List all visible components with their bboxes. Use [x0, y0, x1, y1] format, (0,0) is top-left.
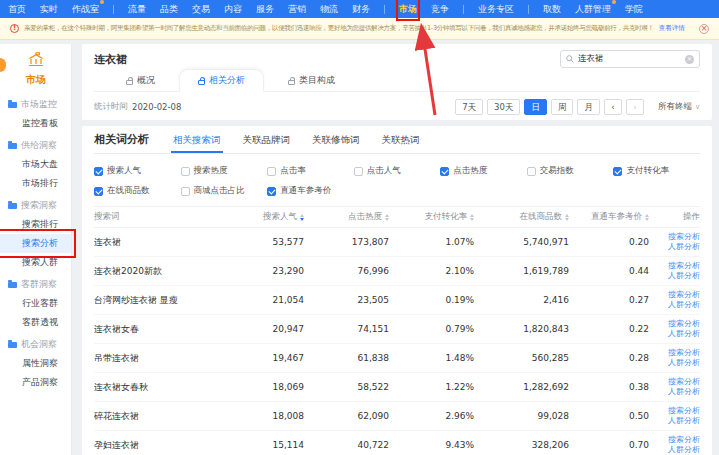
- table-header-cell[interactable]: 点击热度: [304, 211, 389, 223]
- sidebar-item[interactable]: 搜索人群: [0, 253, 71, 272]
- pay-conversion-cell: 9.43%: [389, 440, 474, 450]
- nav-item[interactable]: [463, 5, 464, 14]
- table-header-cell[interactable]: 支付转化率: [389, 211, 474, 223]
- search-analysis-link[interactable]: 搜索分析: [668, 319, 700, 330]
- nav-item[interactable]: 服务: [256, 0, 274, 18]
- nav-item[interactable]: 实时: [40, 0, 58, 18]
- metric-checkbox[interactable]: 支付转化率: [613, 165, 700, 177]
- close-icon[interactable]: ×: [699, 24, 709, 34]
- nav-item[interactable]: 人群管理: [575, 0, 611, 18]
- table-header-cell[interactable]: 搜索词: [94, 211, 224, 223]
- sidebar: 市场 市场监控 监控看板 供给洞察 市场大盘: [0, 44, 72, 455]
- crowd-analysis-link[interactable]: 人群分析: [668, 329, 700, 340]
- nav-item[interactable]: [113, 5, 114, 14]
- report-tab[interactable]: 相关分析: [179, 69, 264, 92]
- search-popularity-cell: 21,054: [224, 295, 304, 305]
- metric-checkbox[interactable]: 点击人气: [354, 165, 441, 177]
- date-range-button[interactable]: ‹: [604, 99, 622, 115]
- table-header-cell[interactable]: 直通车参考价: [569, 211, 649, 223]
- crowd-analysis-link[interactable]: 人群分析: [668, 416, 700, 427]
- date-range-button[interactable]: 30天: [487, 99, 520, 115]
- nav-item[interactable]: 物流: [320, 0, 338, 18]
- search-popularity-cell: 53,577: [224, 237, 304, 247]
- nav-item[interactable]: 市场: [399, 0, 417, 18]
- metric-checkbox[interactable]: 在线商品数: [94, 185, 181, 197]
- nav-item[interactable]: 业务专区: [478, 0, 514, 18]
- nav-item[interactable]: 品类: [160, 0, 178, 18]
- metric-checkbox[interactable]: 点击热度: [440, 165, 527, 177]
- nav-item[interactable]: 内容: [224, 0, 242, 18]
- date-range-button[interactable]: 周: [551, 99, 574, 115]
- sidebar-item[interactable]: 搜索排行: [0, 215, 71, 234]
- search-analysis-link[interactable]: 搜索分析: [668, 232, 700, 243]
- date-range-button[interactable]: 月: [577, 99, 600, 115]
- ztc-ref-price-cell: 0.70: [569, 440, 649, 450]
- date-range-button[interactable]: ›: [626, 99, 644, 115]
- table-header-cell[interactable]: 操作: [649, 211, 700, 223]
- metric-checkbox[interactable]: 搜索人气: [94, 165, 181, 177]
- sidebar-item[interactable]: 市场排行: [0, 174, 71, 193]
- clear-input-icon[interactable]: ×: [685, 55, 694, 64]
- sidebar-item[interactable]: 搜索洞察: [0, 196, 71, 215]
- sidebar-item[interactable]: 供给洞察: [0, 136, 71, 155]
- pay-conversion-cell: 1.07%: [389, 237, 474, 247]
- nav-item[interactable]: [528, 5, 529, 14]
- metric-checkbox[interactable]: 商城点击占比: [181, 185, 268, 197]
- analysis-subtab[interactable]: 关联热词: [380, 126, 422, 153]
- sidebar-item[interactable]: 客群透视: [0, 313, 71, 332]
- search-analysis-link[interactable]: 搜索分析: [668, 261, 700, 272]
- terminal-selector[interactable]: 所有终端 ∨: [658, 101, 700, 113]
- sidebar-item[interactable]: 市场大盘: [0, 155, 71, 174]
- nav-item[interactable]: 学院: [625, 0, 643, 18]
- metric-checkbox[interactable]: 交易指数: [527, 165, 614, 177]
- nav-item[interactable]: 流量: [128, 0, 146, 18]
- crowd-analysis-link[interactable]: 人群分析: [668, 300, 700, 311]
- sidebar-item[interactable]: 属性洞察: [0, 354, 71, 373]
- checkbox-icon: [267, 167, 276, 176]
- nav-item[interactable]: 财务: [352, 0, 370, 18]
- nav-item[interactable]: 作战室: [72, 0, 99, 18]
- analysis-subtab[interactable]: 关联品牌词: [241, 126, 293, 153]
- metric-checkbox[interactable]: 直通车参考价: [267, 185, 354, 197]
- sidebar-item[interactable]: 产品洞察: [0, 373, 71, 392]
- report-tab[interactable]: 概况: [108, 70, 173, 91]
- crowd-analysis-link[interactable]: 人群分析: [668, 242, 700, 253]
- sidebar-item[interactable]: 行业客群: [0, 294, 71, 313]
- search-analysis-link[interactable]: 搜索分析: [668, 290, 700, 301]
- sidebar-item[interactable]: 机会洞察: [0, 335, 71, 354]
- sidebar-item[interactable]: 市场监控: [0, 95, 71, 114]
- sidebar-item[interactable]: 监控看板: [0, 114, 71, 133]
- sidebar-item[interactable]: 搜索分析: [0, 234, 71, 253]
- date-range-button[interactable]: 日: [524, 99, 547, 115]
- keyword-search-input[interactable]: [578, 54, 681, 64]
- folder-icon: [8, 282, 17, 288]
- search-analysis-link[interactable]: 搜索分析: [668, 435, 700, 446]
- sidebar-item[interactable]: 客群洞察: [0, 275, 71, 294]
- search-analysis-link[interactable]: 搜索分析: [668, 348, 700, 359]
- nav-item[interactable]: [384, 5, 385, 14]
- click-heat-cell: 58,522: [304, 382, 389, 392]
- nav-item[interactable]: 营销: [288, 0, 306, 18]
- search-analysis-link[interactable]: 搜索分析: [668, 377, 700, 388]
- crowd-analysis-link[interactable]: 人群分析: [668, 271, 700, 282]
- analysis-subtab[interactable]: 相关搜索词: [171, 126, 223, 153]
- nav-item[interactable]: 竞争: [431, 0, 449, 18]
- nav-item[interactable]: 交易: [192, 0, 210, 18]
- nav-item[interactable]: 首页: [8, 0, 26, 18]
- nav-item[interactable]: 取数: [543, 0, 561, 18]
- search-analysis-link[interactable]: 搜索分析: [668, 406, 700, 417]
- keyword-cell: 连衣裙女春秋: [94, 381, 224, 394]
- metric-checkbox[interactable]: 搜索热度: [181, 165, 268, 177]
- table-header-cell[interactable]: 搜索人气: [224, 211, 304, 223]
- analysis-subtab[interactable]: 关联修饰词: [310, 126, 362, 153]
- crowd-analysis-link[interactable]: 人群分析: [668, 445, 700, 455]
- date-range-button[interactable]: 7天: [455, 99, 483, 115]
- table-header-cell[interactable]: 在线商品数: [474, 211, 569, 223]
- notice-detail-link[interactable]: 查看详情: [659, 24, 685, 33]
- checkbox-icon: [267, 187, 276, 196]
- folder-icon: [8, 143, 17, 149]
- report-tab[interactable]: 类目构成: [270, 70, 353, 91]
- crowd-analysis-link[interactable]: 人群分析: [668, 387, 700, 398]
- crowd-analysis-link[interactable]: 人群分析: [668, 358, 700, 369]
- metric-checkbox[interactable]: 点击率: [267, 165, 354, 177]
